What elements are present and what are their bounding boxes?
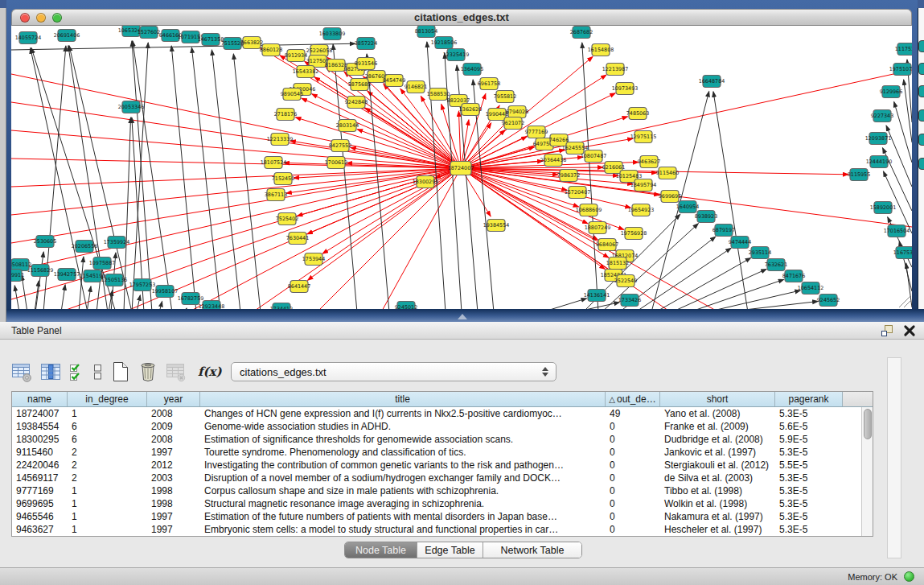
table-row[interactable]: 977716911998Corpus callosum shape and si… xyxy=(12,484,873,497)
graph-node-label: 1733426 xyxy=(618,297,641,303)
show-columns-icon[interactable] xyxy=(40,361,62,383)
clipped-graph-node xyxy=(918,134,924,146)
table-row[interactable]: 1456911722003Disruption of a novel membe… xyxy=(12,472,873,484)
graph-node-label: 1588530 xyxy=(427,91,450,97)
graph-edge[interactable] xyxy=(159,302,162,309)
table-vertical-scrollbar[interactable] xyxy=(861,407,873,536)
graph-edge[interactable] xyxy=(171,46,196,309)
graph-edge[interactable] xyxy=(574,303,619,309)
delete-table-icon[interactable] xyxy=(138,360,158,383)
table-cell: 5.3E-5 xyxy=(775,510,843,523)
graph-edge[interactable] xyxy=(61,285,65,309)
table-row[interactable]: 969969511998Structural magnetic resonanc… xyxy=(12,497,873,510)
function-builder-icon[interactable]: f(x) xyxy=(198,365,222,379)
table-row[interactable]: 946362711997Embryonic stem cells: a mode… xyxy=(12,523,873,536)
graph-edge[interactable] xyxy=(899,296,910,307)
column-header-short[interactable]: short xyxy=(660,392,775,406)
scrollbar-thumb[interactable] xyxy=(864,409,872,439)
clipped-graph-node xyxy=(918,158,924,170)
select-rows-icon[interactable] xyxy=(69,361,85,382)
graph-edge[interactable] xyxy=(651,92,709,309)
graph-edge[interactable] xyxy=(35,252,43,309)
graph-node-label: 16782759 xyxy=(178,295,204,302)
graph-edge[interactable] xyxy=(79,257,84,309)
graph-edge[interactable] xyxy=(894,101,912,163)
graph-node-label: 7152450 xyxy=(272,175,294,182)
tab-network-table[interactable]: Network Table xyxy=(483,542,581,558)
table-cell: Stergiakouli et al. (2012) xyxy=(660,459,775,472)
graph-edge[interactable] xyxy=(295,117,461,168)
table-cell: 0 xyxy=(606,497,660,510)
table-cell: 0 xyxy=(606,510,660,523)
graph-edge[interactable] xyxy=(906,263,912,307)
graph-node-label: 10807487 xyxy=(581,153,607,159)
table-cell: 0 xyxy=(606,433,660,446)
graph-node-label: 3867113 xyxy=(265,192,287,198)
close-panel-icon[interactable] xyxy=(903,324,916,337)
graph-edge[interactable] xyxy=(233,54,261,309)
graph-edge[interactable] xyxy=(11,43,355,50)
graph-edge[interactable] xyxy=(188,168,461,309)
graph-node-label: 10688609 xyxy=(576,207,602,213)
graph-edge[interactable] xyxy=(706,290,800,309)
table-row[interactable]: 2242004622012Investigating the contribut… xyxy=(12,459,873,472)
column-header-title[interactable]: title xyxy=(200,392,606,406)
network-canvas[interactable]: 1872400776638228860128891293425226058312… xyxy=(11,26,912,309)
table-cell: 18724007 xyxy=(12,407,68,420)
graph-edge[interactable] xyxy=(11,130,461,168)
table-options-icon[interactable] xyxy=(11,361,33,383)
graph-node-label: 12975115 xyxy=(630,134,657,140)
graph-edge[interactable] xyxy=(671,269,766,309)
graph-edge[interactable] xyxy=(458,111,461,168)
graph-node-label: 6879197 xyxy=(713,227,735,233)
graph-node-label: 9242848 xyxy=(345,99,368,105)
table-row[interactable]: 1872400712008Changes of HCN gene express… xyxy=(12,407,873,420)
graph-edge[interactable] xyxy=(11,74,461,168)
table-row[interactable]: 1830029562008Estimation of significance … xyxy=(12,433,873,446)
graph-node-label: 12213987 xyxy=(602,66,629,72)
table-selector-dropdown[interactable]: citations_edges.txt xyxy=(231,362,556,381)
graph-node-label: 16648784 xyxy=(699,78,725,84)
graph-edge[interactable] xyxy=(11,168,461,215)
table-cell: 1 xyxy=(68,484,147,497)
float-panel-icon[interactable] xyxy=(881,324,893,337)
table-selector-value: citations_edges.txt xyxy=(240,366,538,378)
graph-edge[interactable] xyxy=(689,279,784,309)
graph-node-label: 15720407 xyxy=(565,189,591,196)
column-header-name[interactable]: name xyxy=(12,392,68,406)
column-header-out_de[interactable]: △out_de… xyxy=(606,392,660,406)
column-header-in_degree[interactable]: in_degree xyxy=(68,392,147,406)
table-row[interactable]: 911546021997Tourette syndrome. Phenomeno… xyxy=(12,446,873,459)
column-header-pagerank[interactable]: pagerank xyxy=(775,392,843,406)
graph-node-label: 12325419 xyxy=(443,51,470,58)
column-header-label: short xyxy=(707,393,729,405)
table-cell: de Silva et al. (2003) xyxy=(660,472,775,484)
graph-node-label: 7485063 xyxy=(626,110,649,117)
graph-edge[interactable] xyxy=(22,275,27,309)
graph-edge[interactable] xyxy=(655,257,751,309)
graph-edge[interactable] xyxy=(322,168,461,253)
network-graph-svg[interactable]: 1872400776638228860128891293425226058312… xyxy=(11,26,912,309)
table-cell: Tibbo et al. (1998) xyxy=(660,484,775,497)
memory-ok-indicator xyxy=(904,571,914,582)
graph-node-label: 19751074 xyxy=(889,66,912,72)
graph-edge[interactable] xyxy=(11,168,461,243)
table-row[interactable]: 1938455462009Genome-wide association stu… xyxy=(12,420,873,433)
column-header-year[interactable]: year xyxy=(147,392,200,406)
graph-edge[interactable] xyxy=(582,43,598,309)
graph-node-label: 19384554 xyxy=(483,222,510,229)
window-titlebar[interactable]: citations_edges.txt xyxy=(11,9,912,26)
window-title: citations_edges.txt xyxy=(12,11,911,23)
graph-edge[interactable] xyxy=(133,41,172,309)
new-table-icon[interactable] xyxy=(110,360,130,383)
table-row[interactable]: 946554611997Estimation of the future num… xyxy=(12,510,873,523)
graph-edge[interactable] xyxy=(11,159,461,168)
graph-edge[interactable] xyxy=(87,286,91,309)
graph-edge[interactable] xyxy=(542,299,587,309)
graph-edge[interactable] xyxy=(461,70,912,168)
graph-edge[interactable] xyxy=(132,43,148,309)
graph-edge[interactable] xyxy=(635,248,731,309)
tab-edge-table[interactable]: Edge Table xyxy=(417,542,483,558)
row-height-icon[interactable] xyxy=(92,361,103,382)
tab-node-table[interactable]: Node Table xyxy=(345,542,417,558)
